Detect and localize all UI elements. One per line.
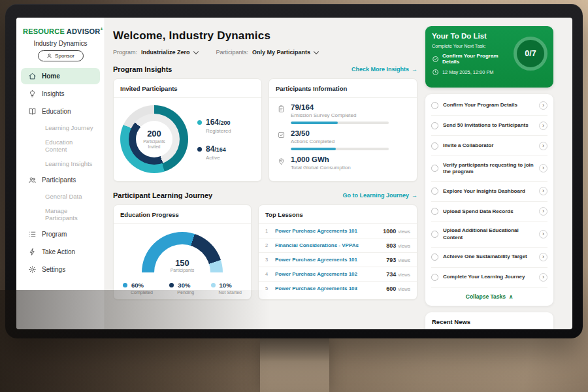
chevron-right-icon: › bbox=[542, 208, 544, 214]
task-label: Upload Spend Data Records bbox=[443, 208, 534, 215]
sidebar-item-label: General Data bbox=[45, 193, 82, 200]
sidebar-item-label: Home bbox=[42, 73, 60, 80]
task-chevron-button[interactable]: › bbox=[539, 142, 547, 150]
sidebar-item-settings[interactable]: Settings bbox=[21, 261, 100, 278]
task-checkbox[interactable] bbox=[431, 165, 438, 172]
top-lessons-card: Top Lessons 1 Power Purchase Agreements … bbox=[258, 204, 417, 300]
chevron-right-icon: › bbox=[542, 143, 544, 149]
program-filter[interactable]: Program: Industrialize Zero bbox=[113, 49, 198, 56]
people-icon bbox=[28, 176, 37, 184]
task-row: Send 50 Invitations to Participants › bbox=[431, 116, 547, 136]
recent-news-title: Recent News bbox=[432, 318, 547, 325]
stat-label: Actions Completed bbox=[291, 139, 389, 144]
task-chevron-button[interactable]: › bbox=[539, 230, 547, 238]
task-row: Achieve One Sustainability Target › bbox=[431, 248, 547, 268]
card-title: Participants Information bbox=[269, 79, 417, 98]
check-square-icon bbox=[277, 131, 286, 139]
lesson-link[interactable]: Power Purchase Agreements 101 bbox=[275, 228, 378, 234]
stat-value: 79/164 bbox=[291, 103, 389, 111]
legend-dot-active bbox=[197, 147, 202, 152]
lesson-link[interactable]: Financial Considerations - VPPAs bbox=[275, 242, 382, 248]
lesson-row: 5 Power Purchase Agreements 103 600views bbox=[259, 282, 417, 295]
task-checkbox[interactable] bbox=[431, 253, 438, 261]
invited-participants-card: Invited Participants 200 Participants In… bbox=[113, 78, 262, 182]
check-more-insights-link[interactable]: Check More Insights → bbox=[351, 66, 417, 73]
participants-filter[interactable]: Participants: Only My Participants bbox=[216, 49, 319, 56]
sidebar-item-general-data[interactable]: General Data bbox=[21, 189, 100, 203]
sidebar-nav: Home Insights Education Learning Journey… bbox=[16, 68, 105, 278]
sidebar-item-learning-journey[interactable]: Learning Journey bbox=[21, 121, 100, 135]
task-chevron-button[interactable]: › bbox=[539, 164, 547, 172]
task-chevron-button[interactable]: › bbox=[539, 273, 547, 282]
bolt-icon bbox=[28, 248, 37, 256]
legend-item: 84/164 Active bbox=[197, 144, 231, 161]
participants-information-card: Participants Information 79/164 Emission… bbox=[269, 78, 417, 182]
card-title: Education Progress bbox=[114, 205, 251, 224]
task-checkbox[interactable] bbox=[431, 188, 438, 195]
task-checkbox[interactable] bbox=[431, 102, 438, 109]
task-chevron-button[interactable]: › bbox=[539, 122, 547, 130]
task-chevron-button[interactable]: › bbox=[539, 253, 547, 261]
sidebar-item-learning-insights[interactable]: Learning Insights bbox=[21, 157, 100, 171]
task-chevron-button[interactable]: › bbox=[539, 101, 547, 110]
sidebar-item-label: Education Content bbox=[45, 139, 73, 153]
stat-row: 1,000 GWh Total Global Consumption bbox=[269, 150, 417, 171]
task-checkbox[interactable] bbox=[431, 208, 438, 215]
gauge-center: 150 Participants bbox=[142, 258, 223, 272]
task-row: Explore Your Insights Dashboard › bbox=[431, 182, 547, 202]
learning-journey-header: Participant Learning Journey Go to Learn… bbox=[113, 191, 417, 199]
journey-card-row: Education Progress 150 Participants bbox=[113, 204, 417, 300]
sidebar: RESOURCE ADVISOR+ Industry Dynamics Spon… bbox=[16, 18, 105, 329]
todo-next-task[interactable]: Confirm Your Program Details bbox=[432, 53, 510, 65]
brand-plus: + bbox=[100, 26, 103, 32]
sidebar-item-education-content[interactable]: Education Content bbox=[21, 135, 100, 156]
task-row: Confirm Your Program Details › bbox=[431, 95, 547, 116]
sidebar-item-participants[interactable]: Participants bbox=[21, 172, 100, 188]
card-title: Top Lessons bbox=[259, 205, 417, 224]
sidebar-item-education[interactable]: Education bbox=[21, 103, 100, 120]
clock-icon bbox=[432, 69, 439, 76]
brand-secondary: ADVISOR bbox=[67, 27, 101, 35]
lesson-row: 2 Financial Considerations - VPPAs 803vi… bbox=[259, 238, 417, 253]
lesson-link[interactable]: Power Purchase Agreements 103 bbox=[275, 286, 382, 291]
sidebar-item-manage-participants[interactable]: Manage Participants bbox=[21, 204, 100, 225]
sponsor-badge[interactable]: Sponsor bbox=[38, 50, 84, 61]
task-checkbox[interactable] bbox=[431, 142, 438, 150]
chevron-down-icon bbox=[314, 48, 319, 54]
sidebar-item-label: Education bbox=[42, 108, 71, 115]
legend-dot-not-started bbox=[211, 283, 216, 287]
stat-row: 23/50 Actions Completed bbox=[269, 124, 417, 150]
task-checkbox[interactable] bbox=[431, 122, 438, 129]
donut-center-value: 200 bbox=[147, 129, 161, 139]
go-to-learning-journey-link[interactable]: Go to Learning Journey → bbox=[342, 192, 417, 199]
task-checkbox[interactable] bbox=[431, 274, 438, 281]
page-title: Welcome, Industry Dynamics bbox=[113, 29, 417, 42]
legend-dot-registered bbox=[197, 120, 202, 125]
legend-label: Registered bbox=[206, 128, 231, 134]
task-chevron-button[interactable]: › bbox=[539, 187, 547, 195]
location-pin-icon bbox=[277, 157, 286, 165]
arrow-right-icon: → bbox=[412, 66, 417, 73]
sidebar-item-label: Program bbox=[42, 231, 67, 238]
sidebar-item-insights[interactable]: Insights bbox=[21, 86, 100, 102]
legend-label: Active bbox=[206, 155, 231, 161]
collapse-tasks-button[interactable]: Collapse Tasks ∧ bbox=[431, 288, 547, 304]
legend-item: 30% Pending bbox=[169, 282, 194, 295]
todo-progress-count: 0/7 bbox=[525, 49, 536, 58]
task-row: Invite a Collaborator › bbox=[431, 136, 547, 156]
list-icon bbox=[28, 230, 37, 238]
lesson-row: 3 Power Purchase Agreements 101 793views bbox=[259, 253, 417, 267]
task-checkbox[interactable] bbox=[431, 231, 438, 238]
task-label: Explore Your Insights Dashboard bbox=[443, 188, 534, 195]
task-chevron-button[interactable]: › bbox=[539, 207, 547, 216]
progress-bar bbox=[291, 122, 389, 124]
sidebar-item-take-action[interactable]: Take Action bbox=[21, 244, 100, 260]
collapse-caret-icon: ∧ bbox=[509, 293, 513, 300]
program-filter-value: Industrialize Zero bbox=[141, 49, 190, 56]
donut-center-label: Participants Invited bbox=[140, 139, 169, 150]
sidebar-item-home[interactable]: Home bbox=[21, 68, 100, 84]
sidebar-item-program[interactable]: Program bbox=[21, 226, 100, 242]
lesson-link[interactable]: Power Purchase Agreements 101 bbox=[275, 257, 382, 263]
lesson-link[interactable]: Power Purchase Agreements 102 bbox=[275, 271, 382, 277]
sidebar-item-label: Insights bbox=[42, 90, 64, 97]
